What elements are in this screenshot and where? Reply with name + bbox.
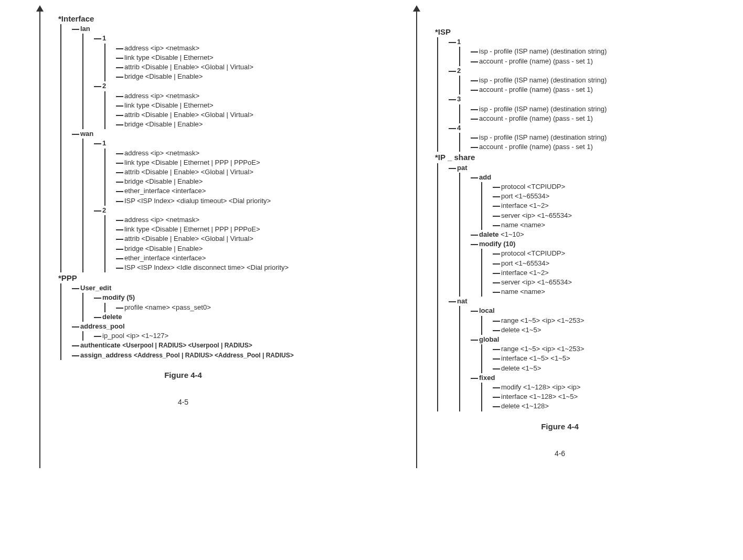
node-pat: pat — [457, 164, 468, 172]
leaf-wan1-address: address <ip> <netmask> — [124, 149, 199, 157]
leaf-pat-mod-c: interface <1~2> — [501, 269, 549, 277]
leaf-nat-fixed-b: interface <1~128> <1~5> — [501, 393, 578, 400]
node-wan-2: 2 — [102, 206, 106, 214]
leaf-ippool: ip_pool <ip> <1~127> — [102, 332, 168, 340]
leaf-wan1-bridge: bridge <Disable | Enable> — [124, 177, 203, 185]
node-lan: lan — [80, 25, 90, 33]
leaf-lan2-attrib: attrib <Disable | Enable> <Global | Virt… — [124, 111, 253, 119]
node-isp-1: 1 — [457, 38, 461, 46]
leaf-wan2-address: address <ip> <netmask> — [124, 216, 199, 224]
leaf-nat-global-c: delete <1~5> — [501, 364, 541, 372]
node-lan-1: 1 — [102, 34, 106, 42]
node-isp: *ISP — [435, 27, 451, 36]
figure-label-left: Figure 4-4 — [10, 371, 356, 379]
leaf-pat-mod-e: name <name> — [501, 288, 545, 295]
leaf-wan2-attrib: attrib <Disable | Enable> <Global | Virt… — [124, 235, 253, 242]
node-ppp: *PPP — [58, 273, 77, 282]
node-wan: wan — [80, 130, 93, 138]
node-nat-fixed: fixed — [479, 374, 495, 382]
leaf-isp3-b: account - profile (name) (pass - set 1) — [479, 114, 593, 122]
node-interface: *Interface — [58, 14, 94, 23]
leaf-isp1-b: account - profile (name) (pass - set 1) — [479, 57, 593, 65]
node-authenticate: authenticate — [80, 341, 121, 349]
leaf-lan1-address: address <ip> <netmask> — [124, 44, 199, 52]
node-pat-modify: modify (10) — [479, 240, 515, 248]
node-assign-address: assign_address — [80, 351, 132, 359]
node-wan-1: 1 — [102, 139, 106, 147]
leaf-pat-add-d: server <ip> <1~65534> — [501, 212, 572, 219]
leaf-nat-fixed-c: delete <1~128> — [501, 402, 549, 410]
node-nat: nat — [457, 297, 468, 305]
page-number-left: 4-5 — [10, 398, 356, 406]
leaf-wan2-bridge: bridge <Disable | Enable> — [124, 245, 203, 252]
node-address-pool: address_pool — [80, 322, 125, 330]
leaf-pat-add-e: name <name> — [501, 221, 545, 229]
leaf-wan2-ether: ether_interface <interface> — [124, 254, 206, 262]
node-user-edit: User_edit — [80, 284, 111, 292]
leaf-lan1-attrib: attrib <Disable | Enable> <Global | Virt… — [124, 63, 253, 71]
leaf-pat-add-c: interface <1~2> — [501, 202, 549, 209]
figure-label-right: Figure 4-4 — [387, 422, 733, 431]
leaf-nat-global-b: interface <1~5> <1~5> — [501, 354, 570, 362]
leaf-isp3-a: isp - profile (ISP name) (destination st… — [479, 105, 607, 113]
leaf-isp1-a: isp - profile (ISP name) (destination st… — [479, 47, 607, 55]
node-modify5: modify (5) — [102, 293, 135, 301]
leaf-nat-fixed-a: modify <1~128> <ip> <ip> — [501, 383, 580, 391]
leaf-nat-local-a: range <1~5> <ip> <1~253> — [501, 316, 584, 324]
leaf-profile: profile <name> <pass_set0> — [124, 303, 211, 311]
node-isp-3: 3 — [457, 95, 461, 103]
leaf-lan2-linktype: link type <Disable | Ethernet> — [124, 101, 214, 109]
leaf-lan2-address: address <ip> <netmask> — [124, 92, 199, 100]
leaf-wan1-isp: ISP <ISP Index> <dialup timeout> <Dial p… — [124, 197, 271, 205]
node-delete: delete — [102, 313, 122, 321]
leaf-wan1-attrib: attrib <Disable | Enable> <Global | Virt… — [124, 168, 253, 176]
diagram-page: *Interface lan 1 address <ip> <netmask> … — [10, 10, 733, 458]
leaf-nat-local-b: delete <1~5> — [501, 326, 541, 334]
node-isp-4: 4 — [457, 124, 461, 132]
node-nat-global: global — [479, 335, 499, 343]
args-authenticate: <Userpool | RADIUS> <Userpool | RADIUS> — [122, 342, 252, 349]
leaf-wan1-ether: ether_interface <interface> — [124, 187, 206, 195]
leaf-pat-add-a: protocol <TCPIUDP> — [501, 183, 565, 191]
node-ipshare: *IP _ share — [435, 153, 475, 162]
leaf-isp4-a: isp - profile (ISP name) (destination st… — [479, 133, 607, 141]
leaf-pat-mod-a: protocol <TCPIUDP> — [501, 249, 565, 257]
leaf-isp4-b: account - profile (name) (pass - set 1) — [479, 143, 593, 151]
leaf-lan1-linktype: link type <Disable | Ethernet> — [124, 54, 214, 61]
node-isp-2: 2 — [457, 67, 461, 75]
left-column: *Interface lan 1 address <ip> <netmask> … — [10, 10, 356, 458]
leaf-lan1-bridge: bridge <Disable | Enable> — [124, 72, 203, 80]
node-pat-dalete: dalete — [479, 230, 499, 238]
node-pat-add: add — [479, 173, 491, 181]
leaf-nat-global-a: range <1~5> <ip> <1~253> — [501, 345, 584, 353]
node-nat-local: local — [479, 307, 495, 314]
leaf-wan2-linktype: link type <Disable | Ethernet | PPP | PP… — [124, 225, 260, 233]
leaf-pat-mod-d: server <ip> <1~65534> — [501, 278, 572, 286]
args-pat-dalete: <1~10> — [501, 230, 524, 238]
leaf-lan2-bridge: bridge <Disable | Enable> — [124, 120, 203, 128]
args-assign-address: <Address_Pool | RADIUS> <Address_Pool | … — [134, 352, 294, 359]
leaf-wan2-isp: ISP <ISP Index> <Idle disconnect time> <… — [124, 263, 289, 271]
leaf-wan1-linktype: link type <Disable | Ethernet | PPP | PP… — [124, 159, 260, 166]
leaf-isp2-b: account - profile (name) (pass - set 1) — [479, 86, 593, 93]
node-lan-2: 2 — [102, 82, 106, 90]
right-column: *ISP 1 isp - profile (ISP name) (destina… — [387, 10, 733, 458]
leaf-pat-mod-b: port <1~65534> — [501, 259, 549, 267]
leaf-isp2-a: isp - profile (ISP name) (destination st… — [479, 76, 607, 84]
leaf-pat-add-b: port <1~65534> — [501, 192, 549, 200]
page-number-right: 4-6 — [387, 449, 733, 458]
